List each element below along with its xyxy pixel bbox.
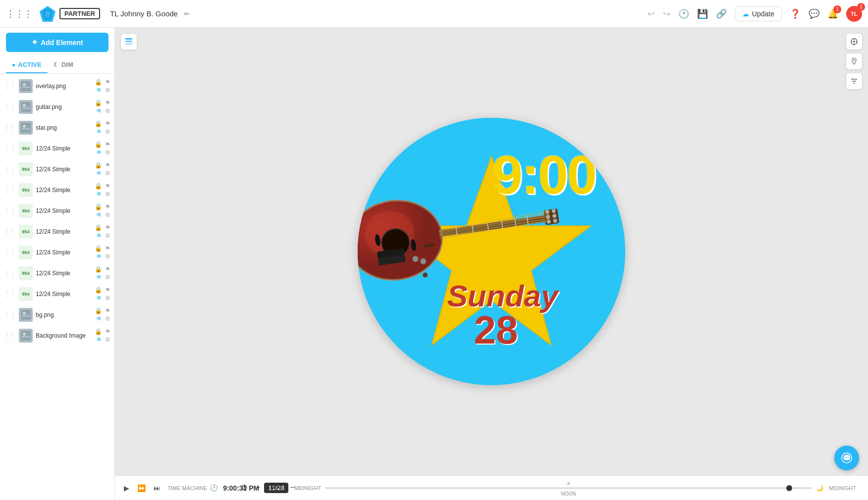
flag-icon[interactable]: ⚑ bbox=[105, 203, 110, 210]
lock-icon[interactable]: 🔒 bbox=[95, 328, 102, 335]
settings-icon[interactable]: ⚙ bbox=[105, 149, 110, 156]
layer-item[interactable]: ⋮⋮ 954 12/24 Simple 🔒 ⚑ 👁 ⚙ bbox=[0, 159, 114, 180]
eye-icon[interactable]: 👁 bbox=[96, 87, 102, 94]
edit-title-icon[interactable]: ✏ bbox=[184, 10, 190, 18]
layer-controls: 🔒 ⚑ 👁 ⚙ bbox=[95, 307, 110, 322]
flag-icon[interactable]: ⚑ bbox=[105, 79, 110, 86]
settings-icon[interactable]: ⚙ bbox=[105, 191, 110, 198]
notifications[interactable]: 🔔 1 bbox=[827, 8, 838, 19]
user-avatar-area[interactable]: TL 1 bbox=[846, 6, 862, 22]
lock-icon[interactable]: 🔒 bbox=[95, 203, 102, 210]
settings-icon[interactable]: ⚙ bbox=[105, 315, 110, 322]
flag-icon[interactable]: ⚑ bbox=[105, 266, 110, 273]
tab-dim[interactable]: ☾ DIM bbox=[48, 57, 79, 73]
layer-item[interactable]: ⋮⋮ 954 12/24 Simple 🔒 ⚑ 👁 ⚙ bbox=[0, 284, 114, 304]
filter-tool-button[interactable] bbox=[846, 73, 862, 89]
chat-float-button[interactable] bbox=[834, 446, 859, 470]
share-button[interactable]: 🔗 bbox=[716, 8, 727, 19]
timeline-thumb[interactable] bbox=[786, 485, 792, 491]
help-button[interactable]: ❓ bbox=[790, 8, 801, 19]
flag-icon[interactable]: ⚑ bbox=[105, 120, 110, 127]
eye-icon[interactable]: 👁 bbox=[96, 274, 102, 281]
lock-icon[interactable]: 🔒 bbox=[95, 224, 102, 231]
lock-icon[interactable]: 🔒 bbox=[95, 100, 102, 106]
save-button[interactable]: 💾 bbox=[697, 8, 708, 19]
flag-icon[interactable]: ⚑ bbox=[105, 328, 110, 335]
eye-icon[interactable]: 👁 bbox=[96, 170, 102, 177]
eye-icon[interactable]: 👁 bbox=[96, 211, 102, 218]
tab-active[interactable]: ● ACTIVE bbox=[6, 57, 48, 73]
zoom-out-button[interactable]: − bbox=[287, 482, 297, 493]
flag-icon[interactable]: ⚑ bbox=[105, 162, 110, 169]
location-tool-button[interactable] bbox=[846, 53, 862, 69]
layer-item[interactable]: ⋮⋮ 954 12/24 Simple 🔒 ⚑ 👁 ⚙ bbox=[0, 221, 114, 242]
layer-thumbnail: 954 bbox=[19, 162, 33, 176]
messages-button[interactable]: 💬 bbox=[809, 8, 819, 19]
layer-item[interactable]: ⋮⋮ overlay.png 🔒 ⚑ 👁 ⚙ bbox=[0, 76, 114, 97]
svg-rect-9 bbox=[21, 123, 31, 133]
layers-icon-button[interactable] bbox=[121, 34, 137, 50]
layer-item[interactable]: ⋮⋮ 954 12/24 Simple 🔒 ⚑ 👁 ⚙ bbox=[0, 263, 114, 284]
lock-icon[interactable]: 🔒 bbox=[95, 79, 102, 86]
eye-icon[interactable]: 👁 bbox=[96, 232, 102, 239]
layer-item[interactable]: ⋮⋮ guitar.png 🔒 ⚑ 👁 ⚙ bbox=[0, 97, 114, 117]
grid-icon[interactable]: ⋮⋮⋮ bbox=[6, 8, 33, 19]
eye-icon[interactable]: 👁 bbox=[96, 336, 102, 343]
settings-icon[interactable]: ⚙ bbox=[105, 128, 110, 135]
eye-icon[interactable]: 👁 bbox=[96, 295, 102, 301]
flag-icon[interactable]: ⚑ bbox=[105, 245, 110, 252]
fast-forward-button[interactable]: ⏩ bbox=[134, 482, 149, 494]
settings-icon[interactable]: ⚙ bbox=[105, 211, 110, 218]
redo-button[interactable]: ↪ bbox=[663, 8, 670, 19]
layer-item[interactable]: ⋮⋮ 954 12/24 Simple 🔒 ⚑ 👁 ⚙ bbox=[0, 242, 114, 263]
settings-icon[interactable]: ⚙ bbox=[105, 87, 110, 94]
eye-icon[interactable]: 👁 bbox=[96, 253, 102, 260]
eye-icon[interactable]: 👁 bbox=[96, 128, 102, 135]
lock-icon[interactable]: 🔒 bbox=[95, 307, 102, 314]
eye-icon[interactable]: 👁 bbox=[96, 107, 102, 114]
settings-icon[interactable]: ⚙ bbox=[105, 336, 110, 343]
update-button[interactable]: ☁ Update bbox=[735, 6, 782, 21]
layer-item[interactable]: ⋮⋮ bg.png 🔒 ⚑ 👁 ⚙ bbox=[0, 304, 114, 325]
settings-icon[interactable]: ⚙ bbox=[105, 107, 110, 114]
play-button[interactable]: ▶ bbox=[121, 482, 132, 494]
settings-icon[interactable]: ⚙ bbox=[105, 295, 110, 301]
settings-icon[interactable]: ⚙ bbox=[105, 170, 110, 177]
gear-settings-button[interactable]: ⚙ bbox=[238, 482, 251, 493]
lock-icon[interactable]: 🔒 bbox=[95, 120, 102, 127]
lock-icon[interactable]: 🔒 bbox=[95, 183, 102, 190]
flag-icon[interactable]: ⚑ bbox=[105, 141, 110, 148]
layer-controls: 🔒 ⚑ 👁 ⚙ bbox=[95, 245, 110, 260]
target-tool-button[interactable] bbox=[846, 34, 862, 50]
history-button[interactable]: 🕐 bbox=[678, 8, 689, 19]
add-element-button[interactable]: ✦ Add Element bbox=[6, 33, 108, 52]
flag-icon[interactable]: ⚑ bbox=[105, 287, 110, 294]
lock-icon[interactable]: 🔒 bbox=[95, 245, 102, 252]
flag-icon[interactable]: ⚑ bbox=[105, 183, 110, 190]
lock-icon[interactable]: 🔒 bbox=[95, 162, 102, 169]
eye-icon[interactable]: 👁 bbox=[96, 149, 102, 156]
eye-icon[interactable]: 👁 bbox=[96, 315, 102, 322]
sidebar-tabs: ● ACTIVE ☾ DIM bbox=[0, 57, 114, 74]
eye-icon[interactable]: 👁 bbox=[96, 191, 102, 198]
flag-icon[interactable]: ⚑ bbox=[105, 100, 110, 106]
timeline-track[interactable]: ☀ NOON bbox=[325, 487, 812, 489]
settings-icon[interactable]: ⚙ bbox=[105, 253, 110, 260]
layer-item-background[interactable]: ⋮⋮ Background Image 🔒 ⚑ 👁 ⚙ bbox=[0, 325, 114, 346]
layer-item[interactable]: ⋮⋮ 954 12/24 Simple 🔒 ⚑ 👁 ⚙ bbox=[0, 200, 114, 221]
lock-icon[interactable]: 🔒 bbox=[95, 266, 102, 273]
settings-icon[interactable]: ⚙ bbox=[105, 274, 110, 281]
undo-button[interactable]: ↩ bbox=[648, 8, 655, 19]
flag-icon[interactable]: ⚑ bbox=[105, 224, 110, 231]
layer-name: Background Image bbox=[36, 332, 92, 339]
layer-controls: 🔒 ⚑ 👁 ⚙ bbox=[95, 203, 110, 218]
layer-item[interactable]: ⋮⋮ 954 12/24 Simple 🔒 ⚑ 👁 ⚙ bbox=[0, 180, 114, 200]
settings-icon[interactable]: ⚙ bbox=[105, 232, 110, 239]
lock-icon[interactable]: 🔒 bbox=[95, 141, 102, 148]
skip-forward-button[interactable]: ⏭ bbox=[151, 482, 163, 494]
flag-icon[interactable]: ⚑ bbox=[105, 307, 110, 314]
layer-item[interactable]: ⋮⋮ star.png 🔒 ⚑ 👁 ⚙ bbox=[0, 117, 114, 138]
layer-item[interactable]: ⋮⋮ 954 12/24 Simple 🔒 ⚑ 👁 ⚙ bbox=[0, 138, 114, 159]
lock-icon[interactable]: 🔒 bbox=[95, 287, 102, 294]
zoom-in-button[interactable]: + bbox=[253, 482, 263, 493]
